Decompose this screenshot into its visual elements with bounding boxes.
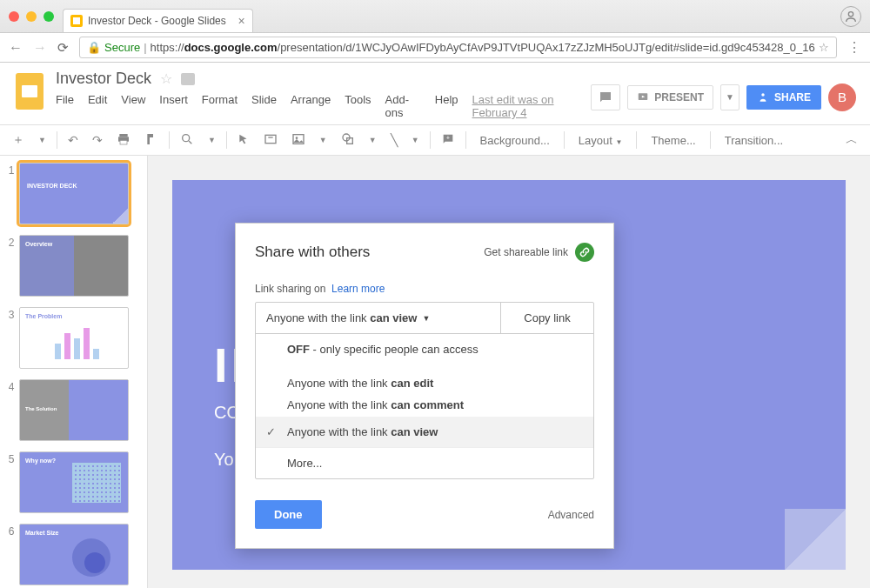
avatar[interactable]: B xyxy=(828,84,856,111)
menu-arrange[interactable]: Arrange xyxy=(291,93,331,119)
tab-title: Investor Deck - Google Slides xyxy=(88,15,226,27)
thumb-title: Overview xyxy=(25,241,52,247)
chrome-profile-icon[interactable] xyxy=(840,6,861,27)
star-doc-icon[interactable]: ☆ xyxy=(160,70,172,87)
reload-icon[interactable]: ⟳ xyxy=(57,40,69,56)
svg-text:+: + xyxy=(446,134,450,140)
textbox-icon[interactable] xyxy=(260,129,281,152)
lock-icon: 🔒 xyxy=(87,41,101,54)
svg-point-0 xyxy=(848,12,853,17)
permission-option-off[interactable]: OFF - only specific people can access xyxy=(256,334,593,364)
menu-format[interactable]: Format xyxy=(202,93,238,119)
undo-icon[interactable]: ↶ xyxy=(64,130,82,150)
get-shareable-link[interactable]: Get shareable link xyxy=(484,243,594,262)
permission-option-comment[interactable]: Anyone with the link can comment xyxy=(256,393,593,417)
share-label: SHARE xyxy=(774,91,811,104)
slides-favicon-icon xyxy=(70,15,83,27)
present-dropdown-icon[interactable]: ▼ xyxy=(720,84,740,110)
close-tab-icon[interactable]: × xyxy=(238,14,245,28)
thumb-number: 4 xyxy=(3,379,19,393)
permission-option-edit[interactable]: Anyone with the link can edit xyxy=(256,364,593,393)
thumb-title: The Problem xyxy=(25,313,62,319)
menu-addons[interactable]: Add-ons xyxy=(385,93,421,119)
permission-option-view[interactable]: Anyone with the link can view xyxy=(256,417,593,447)
shape-icon[interactable] xyxy=(338,129,358,152)
thumb-slide-6[interactable]: Market Size xyxy=(19,524,129,585)
move-folder-icon[interactable] xyxy=(181,73,195,85)
comment-insert-icon[interactable]: + xyxy=(438,129,458,152)
line-dropdown-icon[interactable]: ▼ xyxy=(408,132,423,148)
browser-tab[interactable]: Investor Deck - Google Slides × xyxy=(63,9,253,32)
slide-thumbnails[interactable]: 1 INVESTOR DECK 2 Overview 3 The Problem… xyxy=(0,156,148,588)
menu-slide[interactable]: Slide xyxy=(251,93,277,119)
new-slide-icon[interactable]: ＋ xyxy=(9,129,28,151)
comments-icon[interactable] xyxy=(591,84,620,110)
present-button[interactable]: PRESENT xyxy=(627,85,713,110)
last-edit-link[interactable]: Last edit was on February 4 xyxy=(472,93,592,119)
close-window-icon[interactable] xyxy=(9,11,19,22)
svg-point-5 xyxy=(761,93,765,97)
line-icon[interactable]: ╲ xyxy=(387,130,401,150)
copy-link-button[interactable]: Copy link xyxy=(501,303,593,333)
permission-box: Anyone with the link can view ▼ Copy lin… xyxy=(255,302,594,479)
present-label: PRESENT xyxy=(654,91,704,104)
done-button[interactable]: Done xyxy=(255,500,322,529)
select-tool-icon[interactable] xyxy=(234,130,253,151)
redo-icon[interactable]: ↷ xyxy=(89,130,106,150)
background-button[interactable]: Background... xyxy=(473,130,557,150)
menu-tools[interactable]: Tools xyxy=(345,93,371,119)
menu-insert[interactable]: Insert xyxy=(159,93,188,119)
thumb-slide-4[interactable]: The Solution xyxy=(19,379,129,441)
menu-edit[interactable]: Edit xyxy=(88,93,107,119)
advanced-link[interactable]: Advanced xyxy=(548,509,594,521)
collapse-toolbar-icon[interactable]: ︿ xyxy=(842,129,861,151)
svg-point-9 xyxy=(183,134,190,141)
chrome-menu-icon[interactable]: ⋮ xyxy=(847,39,861,56)
bookmark-star-icon[interactable]: ☆ xyxy=(819,41,829,54)
maximize-window-icon[interactable] xyxy=(44,11,54,22)
thumb-title: Market Size xyxy=(25,530,59,536)
secure-label: Secure xyxy=(104,41,140,54)
thumb-slide-2[interactable]: Overview xyxy=(19,235,129,297)
thumb-title: Why now? xyxy=(25,458,56,464)
slides-logo-icon[interactable] xyxy=(14,70,45,113)
address-field[interactable]: 🔒 Secure | https://docs.google.com/prese… xyxy=(79,37,837,58)
shape-dropdown-icon[interactable]: ▼ xyxy=(365,132,380,148)
new-slide-dropdown-icon[interactable]: ▼ xyxy=(35,132,50,148)
image-dropdown-icon[interactable]: ▼ xyxy=(316,132,331,148)
back-icon[interactable]: ← xyxy=(9,40,23,56)
transition-button[interactable]: Transition... xyxy=(718,130,790,150)
thumb-slide-5[interactable]: Why now? xyxy=(19,451,129,513)
permission-selector[interactable]: Anyone with the link can view ▼ xyxy=(256,303,501,333)
print-icon[interactable] xyxy=(113,129,134,152)
theme-button[interactable]: Theme... xyxy=(644,130,702,150)
thumb-number: 5 xyxy=(3,451,19,465)
svg-rect-6 xyxy=(119,134,127,137)
get-link-label: Get shareable link xyxy=(484,246,568,258)
toolbar: ＋ ▼ ↶ ↷ ▼ ▼ ▼ ╲ ▼ + Background... Layout… xyxy=(0,124,870,156)
doc-title[interactable]: Investor Deck xyxy=(56,70,151,88)
menu-view[interactable]: View xyxy=(121,93,145,119)
dialog-title: Share with others xyxy=(255,244,370,261)
image-icon[interactable] xyxy=(288,129,309,152)
menu-help[interactable]: Help xyxy=(435,93,458,119)
zoom-icon[interactable] xyxy=(177,129,197,152)
menu-bar: File Edit View Insert Format Slide Arran… xyxy=(56,88,591,124)
minimize-window-icon[interactable] xyxy=(26,11,37,22)
share-button[interactable]: SHARE xyxy=(746,85,821,110)
slide-corner-fold xyxy=(785,509,846,570)
thumb-title: INVESTOR DECK xyxy=(27,183,77,189)
zoom-dropdown-icon[interactable]: ▼ xyxy=(204,132,219,148)
menu-file[interactable]: File xyxy=(56,93,74,119)
thumb-slide-3[interactable]: The Problem xyxy=(19,307,129,369)
learn-more-link[interactable]: Learn more xyxy=(331,283,385,295)
permission-option-more[interactable]: More... xyxy=(256,447,593,478)
svg-point-14 xyxy=(296,137,298,139)
thumb-number: 6 xyxy=(3,524,19,538)
layout-button[interactable]: Layout ▼ xyxy=(572,130,630,150)
thumb-number: 1 xyxy=(3,163,19,177)
url-text: https://docs.google.com/presentation/d/1… xyxy=(151,41,815,54)
svg-rect-8 xyxy=(120,140,127,144)
thumb-slide-1[interactable]: INVESTOR DECK xyxy=(19,163,129,224)
paint-format-icon[interactable] xyxy=(141,129,162,152)
